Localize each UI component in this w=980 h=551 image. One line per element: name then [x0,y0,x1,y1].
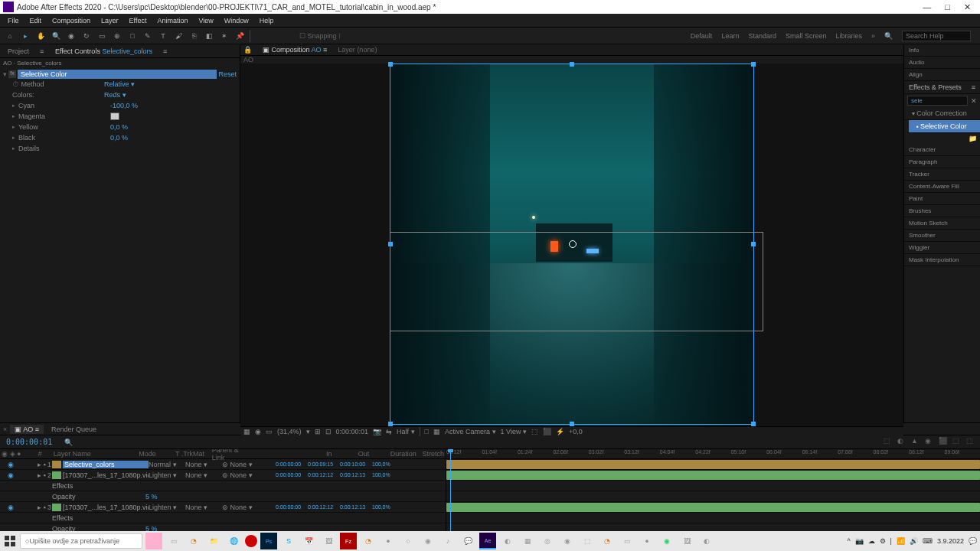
timeline-track[interactable] [446,481,980,491]
workspace-more[interactable]: » [871,32,875,40]
tb-app4[interactable]: ◉ [420,533,436,549]
orbit-tool[interactable]: ◉ [64,29,78,43]
channel-icon[interactable]: ◉ [255,428,261,435]
timeline-layer-row[interactable]: ◉▸ ▪ 1Selective_colorsNormal ▾None ▾⊚ No… [0,459,446,470]
3d-icon[interactable]: ⬚ [531,428,538,435]
tl-tool-3[interactable]: ▲ [911,437,922,448]
twirl-icon[interactable]: ▸ [12,135,15,141]
workspace-learn[interactable]: Learn [721,32,739,40]
breadcrumb-item[interactable]: AO [243,56,253,64]
roto-tool[interactable]: ✶ [217,29,231,43]
wiggler-panel[interactable]: Wiggler [904,242,980,254]
tb-app10[interactable]: ▭ [619,533,635,549]
tray-cloud-icon[interactable]: ☁ [868,537,875,545]
type-tool[interactable]: T [156,29,170,43]
minimize-button[interactable]: — [923,2,931,12]
brush-tool[interactable]: 🖌 [172,29,185,43]
tb-app8[interactable]: ◉ [559,533,576,549]
composition-viewer[interactable] [240,64,903,426]
layer-tab[interactable]: Layer (none) [338,46,377,54]
panel-menu-icon[interactable]: ≡ [40,47,47,55]
tb-app5[interactable]: ◐ [499,533,516,549]
tb-skype[interactable]: S [280,533,297,549]
maximize-button[interactable]: □ [945,2,950,12]
tray-net-icon[interactable]: 📶 [897,537,905,545]
playhead[interactable] [450,449,451,537]
tracker-panel[interactable]: Tracker [904,168,980,181]
yellow-value[interactable]: 0,0 % [110,123,128,131]
puppet-tool[interactable]: 📌 [233,29,247,43]
brushes-panel[interactable]: Brushes [904,205,980,217]
effect-name[interactable]: Selective Color [18,70,217,79]
tb-blender2[interactable]: ◔ [360,533,377,549]
fast-preview-icon[interactable]: ⚡ [556,428,564,435]
pen-tool[interactable]: ✎ [141,29,155,43]
tray-lang[interactable]: ⌨ [923,537,933,545]
camera-tool[interactable]: ▭ [95,29,109,43]
tb-tiktok[interactable]: ♪ [439,533,456,549]
tree-color-correction[interactable]: ▾ Color Correction [904,107,980,120]
effect-controls-tab[interactable]: Effect Controls Selective_colors [51,46,157,57]
composition-tab[interactable]: ▣ Composition AO ≡ [258,44,332,55]
black-value[interactable]: 0,0 % [110,134,128,142]
tb-app12[interactable]: 🖼 [678,533,695,549]
tb-chrome[interactable]: 🌐 [225,533,242,549]
camera-dropdown[interactable]: Active Camera ▾ [445,428,496,435]
clear-search-icon[interactable]: ✕ [971,97,977,105]
tl-tool-1[interactable]: ⬚ [884,437,894,448]
effect-twirl-icon[interactable]: ▾ [3,70,7,78]
tb-ps[interactable]: Ps [260,533,277,549]
mask-interp-panel[interactable]: Mask Interpolation [904,254,980,266]
tb-app9[interactable]: ⬚ [579,533,596,549]
menu-animation[interactable]: Animation [152,15,192,26]
tree-selective-color[interactable]: ▪ Selective Color [909,120,980,133]
rotation-tool[interactable]: ↻ [80,29,93,43]
menu-help[interactable]: Help [255,15,279,26]
timeline-track[interactable] [446,491,980,502]
menu-file[interactable]: File [3,15,24,26]
roi-icon[interactable]: □ [425,428,429,435]
tb-wa[interactable]: ◉ [658,533,675,549]
character-panel[interactable]: Character [904,144,980,156]
tb-discord[interactable]: 💬 [459,533,476,549]
tb-blender3[interactable]: ◔ [599,533,616,549]
tray-cam-icon[interactable]: 📷 [855,537,864,545]
timeline-layer-row[interactable]: Effects [0,513,446,523]
tl-tool-6[interactable]: ⬚ [952,437,963,448]
tb-app11[interactable]: ● [639,533,655,549]
home-tool[interactable]: ⌂ [3,29,17,43]
tray-notif-icon[interactable]: 💬 [969,537,977,545]
workspace-default[interactable]: Default [691,32,713,40]
twirl-icon[interactable]: ▸ [12,145,15,152]
tray-gear-icon[interactable]: ⚙ [880,537,886,545]
tb-app6[interactable]: ▦ [519,533,536,549]
menu-composition[interactable]: Composition [47,15,95,26]
mask-icon[interactable]: ▭ [266,428,273,435]
magnify-icon[interactable]: ▦ [243,428,250,435]
cyan-value[interactable]: -100,0 % [110,102,138,109]
taskbar-search[interactable]: ○ Upišite ovdje za pretraživanje [20,533,142,549]
tl-tool-4[interactable]: ◉ [925,437,936,448]
tb-app7[interactable]: ◎ [539,533,556,549]
workspace-standard[interactable]: Standard [748,32,776,40]
timeline-search-icon[interactable]: 🔍 [64,439,73,446]
tb-pink[interactable] [145,533,162,549]
snapshot-icon[interactable]: 📷 [373,428,381,435]
menu-window[interactable]: Window [220,15,253,26]
timeline-layer-row[interactable]: Opacity5 % [0,491,446,502]
workspace-small[interactable]: Small Screen [786,32,827,40]
start-button[interactable] [3,534,17,548]
render-queue-tab[interactable]: Render Queue [47,425,101,434]
tb-photos[interactable]: 🖼 [320,533,337,549]
current-timecode[interactable]: 0:00:00:01 [0,438,58,446]
shape-tool[interactable]: □ [126,29,139,43]
tb-calendar[interactable]: 📅 [300,533,317,549]
smoother-panel[interactable]: Smoother [904,230,980,242]
menu-effect[interactable]: Effect [125,15,152,26]
effect-reset-link[interactable]: Reset [218,70,237,78]
tb-app2[interactable]: ● [380,533,397,549]
eraser-tool[interactable]: ◧ [202,29,216,43]
timeline-track[interactable] [446,470,980,481]
view-layout-dropdown[interactable]: 1 View ▾ [501,428,527,435]
tray-vol-icon[interactable]: 🔊 [910,537,918,545]
